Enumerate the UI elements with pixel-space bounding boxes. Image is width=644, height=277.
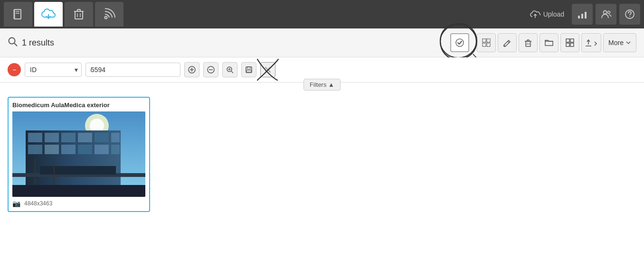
more-label: More	[608, 39, 624, 46]
svg-rect-57	[246, 70, 251, 72]
users-button[interactable]	[596, 4, 616, 25]
svg-point-23	[456, 39, 464, 46]
upload-label: Upload	[543, 10, 564, 18]
image-dimensions: 4848x3463	[24, 200, 52, 207]
svg-rect-14	[578, 16, 580, 18]
svg-rect-66	[61, 133, 76, 142]
filters-toggle-label: Filters ▲	[310, 81, 334, 88]
svg-point-17	[604, 11, 607, 14]
search-icon	[8, 37, 18, 49]
negate-filter-button[interactable]	[203, 62, 218, 77]
svg-line-52	[231, 71, 233, 73]
svg-rect-70	[28, 145, 42, 154]
toolbar-tabs	[4, 2, 123, 27]
tab-feed[interactable]	[95, 2, 123, 27]
svg-rect-15	[581, 14, 583, 18]
svg-rect-73	[78, 145, 92, 154]
svg-point-12	[105, 17, 107, 19]
filter-value-input[interactable]	[85, 63, 180, 77]
svg-rect-16	[585, 12, 587, 18]
filter-value-wrapper: ×	[85, 63, 180, 77]
remove-filter-label: −	[12, 66, 16, 74]
action-buttons-group: More	[450, 33, 636, 52]
image-card-title: Biomedicum AulaMedica exterior	[12, 102, 145, 109]
svg-rect-28	[483, 43, 486, 46]
svg-point-21	[9, 37, 15, 44]
close-filter-wrapper	[260, 62, 275, 77]
svg-rect-74	[95, 145, 109, 154]
svg-point-20	[629, 16, 630, 17]
svg-rect-65	[45, 133, 59, 142]
toolbar-right: Upload	[525, 4, 640, 25]
svg-rect-43	[570, 43, 574, 46]
edit-button[interactable]	[498, 33, 517, 52]
svg-line-30	[508, 41, 509, 43]
zoom-filter-button[interactable]	[222, 62, 237, 77]
content-area: Biomedicum AulaMedica exterior	[0, 83, 644, 272]
add-filter-button[interactable]	[184, 62, 199, 77]
svg-rect-5	[75, 11, 83, 19]
more-button[interactable]: More	[603, 33, 636, 52]
remove-filter-button[interactable]: −	[8, 63, 21, 76]
filter-field-select[interactable]: ID Title Date Type	[25, 63, 82, 77]
svg-rect-55	[246, 67, 252, 73]
svg-rect-33	[526, 41, 530, 46]
svg-rect-69	[111, 133, 120, 142]
delete-button[interactable]	[519, 33, 538, 52]
svg-rect-41	[570, 39, 574, 42]
help-button[interactable]	[619, 4, 640, 25]
svg-line-22	[14, 43, 17, 46]
close-filter-button[interactable]	[260, 62, 275, 77]
close-icon	[265, 66, 271, 73]
svg-rect-75	[111, 145, 120, 154]
select-all-button[interactable]	[477, 33, 496, 52]
results-area: 1 results	[8, 37, 54, 49]
select-approve-wrapper	[450, 33, 469, 52]
image-svg	[12, 111, 145, 197]
svg-rect-29	[487, 43, 490, 46]
filter-field-wrapper: ID Title Date Type	[25, 63, 82, 77]
filters-toggle-button[interactable]: Filters ▲	[303, 79, 341, 91]
filter-bar: − ID Title Date Type ×	[0, 57, 644, 83]
stats-button[interactable]	[572, 4, 593, 25]
more-chevron-icon	[625, 40, 631, 46]
svg-rect-27	[487, 39, 490, 42]
top-toolbar: Upload	[0, 0, 644, 28]
svg-rect-64	[28, 133, 42, 142]
save-filter-button[interactable]	[241, 62, 256, 77]
select-approve-button[interactable]	[450, 33, 469, 52]
image-thumbnail[interactable]	[12, 111, 145, 197]
svg-rect-78	[12, 185, 145, 197]
svg-rect-40	[566, 39, 569, 42]
upload-button[interactable]: Upload	[525, 6, 569, 22]
tab-trash[interactable]	[65, 2, 93, 27]
tab-book[interactable]	[4, 2, 32, 27]
tab-cloud[interactable]	[34, 2, 63, 27]
layout-button[interactable]	[560, 33, 579, 52]
svg-rect-26	[483, 39, 486, 42]
export-button[interactable]	[581, 33, 601, 52]
image-card-footer: 📷 4848x3463	[12, 200, 145, 207]
svg-rect-77	[40, 166, 116, 175]
svg-rect-42	[566, 43, 569, 46]
image-card[interactable]: Biomedicum AulaMedica exterior	[8, 97, 150, 212]
svg-rect-72	[61, 145, 76, 154]
svg-rect-0	[14, 9, 21, 19]
svg-rect-71	[45, 145, 59, 154]
camera-icon: 📷	[12, 200, 20, 207]
folder-button[interactable]	[540, 33, 559, 52]
svg-rect-68	[95, 133, 109, 142]
results-count: 1 results	[22, 38, 54, 48]
svg-point-18	[608, 11, 610, 14]
secondary-toolbar: 1 results	[0, 28, 644, 57]
svg-rect-67	[78, 133, 92, 142]
